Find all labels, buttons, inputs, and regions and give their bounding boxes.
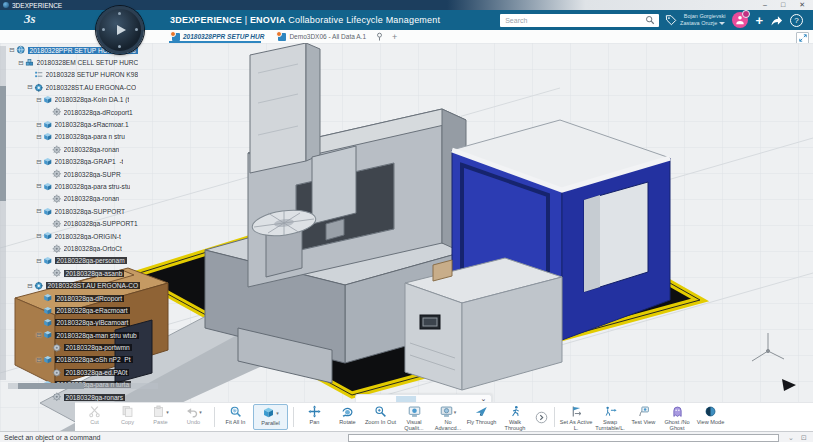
tree-expander-icon[interactable]: ⊟: [35, 356, 43, 364]
close-button[interactable]: ✕: [799, 0, 805, 10]
dock-icon[interactable]: ⊡: [800, 434, 808, 442]
toolbar-button[interactable]: ▾: [293, 407, 294, 427]
3d-viewport[interactable]: ⊟ 20180328PPR SETUP HURON K98 ⊟ 20180328…: [0, 43, 813, 431]
pin-icon[interactable]: [375, 32, 384, 41]
toolbar-button[interactable]: ▾ No Advancd...: [431, 403, 465, 431]
toolbar-button-label: Ghost /No Ghost: [660, 419, 694, 431]
tree-vertical-scrollbar[interactable]: [0, 46, 6, 380]
toolbar-button[interactable]: ▾ Parallel: [253, 404, 288, 430]
toolbar-button[interactable]: ▾ Rotate: [331, 403, 364, 431]
tree-item[interactable]: ⊟ 20180328ga-ORIGIN-t: [8, 230, 172, 242]
tree-item-label: 20180328ga-asanb: [64, 270, 125, 277]
tree-item[interactable]: ⊟ 20180328ga-man stru wtub: [8, 329, 172, 341]
toolbar-button[interactable]: ▾ Copy: [111, 403, 144, 431]
dropdown-caret-icon[interactable]: ▾: [199, 409, 202, 415]
toolbar-button[interactable]: ▾ Pan: [298, 403, 331, 431]
tree-horizontal-scrollbar[interactable]: [8, 383, 158, 389]
tree-item[interactable]: ⊟ 20180328ga-GRAP1_-t: [8, 156, 172, 168]
tree-hscroll-thumb[interactable]: [18, 383, 84, 389]
tree-item-label: 20180328ga-ed.PA0t: [64, 369, 130, 376]
minimize-button[interactable]: –: [763, 0, 767, 10]
tree-item[interactable]: 20180328ga-dRcoport: [8, 292, 172, 304]
tree-expander-icon[interactable]: ⊟: [17, 59, 25, 67]
tree-item[interactable]: ⊟ 20180328ga-oSh nP2_Pt: [8, 354, 172, 366]
toolbar-button[interactable]: ▾ Paste: [144, 403, 177, 431]
tree-item-icon: [43, 157, 53, 167]
tree-vscroll-thumb[interactable]: [0, 86, 6, 201]
tree-item[interactable]: ⊟ 20180328ga-para stru-stu: [8, 180, 172, 192]
tree-item[interactable]: 20180328ga-eRacmoart: [8, 304, 172, 316]
tree-expander-icon[interactable]: ⊟: [8, 46, 16, 54]
collapse-icon[interactable]: ⌄: [787, 434, 795, 442]
toolbar-button[interactable]: ▾ Zoom In Out: [364, 403, 397, 431]
toolbar-button[interactable]: ▾ Fit All In: [219, 403, 252, 431]
share-icon[interactable]: [770, 14, 783, 27]
tree-expander-icon[interactable]: ⊟: [35, 207, 43, 215]
tree-item[interactable]: 20180328ga-ronan: [8, 193, 172, 205]
toolbar-button[interactable]: ▾ Fly Through: [465, 403, 498, 431]
tree-expander-icon[interactable]: ⊟: [35, 257, 43, 265]
tree-item-icon: [43, 318, 53, 328]
tag-icon[interactable]: [665, 14, 677, 26]
toolbar-button[interactable]: ▾: [554, 407, 555, 427]
tree-item[interactable]: 20180328 SETUP HURON K98: [8, 69, 172, 81]
user-info[interactable]: Bojan Gorgievski Zastava Oruzje: [680, 13, 725, 27]
document-tab[interactable]: 20180328PPR SETUP HUR: [165, 30, 271, 43]
toolbar-button[interactable]: ▾ View Mode: [694, 403, 727, 431]
toolbar-button[interactable]: ▾: [532, 403, 550, 431]
tree-item[interactable]: 20180328ga-portwmn: [8, 341, 172, 353]
toolbar-button[interactable]: ▾: [214, 407, 215, 427]
tab-icon: [172, 33, 180, 41]
tree-item[interactable]: ⊟ 20180328ST.AU ERGONA-CO: [8, 81, 172, 93]
help-button[interactable]: ?: [790, 14, 803, 27]
tree-item[interactable]: 20180328ga-SUPPORT1: [8, 217, 172, 229]
tree-item[interactable]: ⊟ 20180328ga-SUPPORT: [8, 205, 172, 217]
toolbar-button-icon: [121, 405, 134, 418]
tree-item[interactable]: 20180328ga-dRcoport1: [8, 106, 172, 118]
tree-item[interactable]: 20180328ga-SUPR: [8, 168, 172, 180]
search-icon[interactable]: [645, 15, 655, 25]
toolbar-button[interactable]: ▾ Visual Qualit...: [397, 403, 431, 431]
toolbar-button-icon: [408, 405, 421, 418]
toolbar-button-label: Walk Through: [498, 419, 532, 431]
tree-expander-icon[interactable]: ⊟: [35, 121, 43, 129]
tree-item[interactable]: ⊟ 20180328ga-para n stru: [8, 131, 172, 143]
tree-item[interactable]: ⊟ 20180328ga-personam: [8, 255, 172, 267]
dropdown-caret-icon[interactable]: ▾: [454, 409, 457, 415]
toolbar-button[interactable]: ▾ Ghost /No Ghost: [660, 403, 694, 431]
add-content-button[interactable]: +: [755, 14, 763, 27]
tree-expander-icon[interactable]: ⊟: [35, 158, 43, 166]
tree-expander-icon[interactable]: ⊟: [35, 182, 43, 190]
tree-item[interactable]: 20180328ga-asanb: [8, 267, 172, 279]
tree-item[interactable]: 20180328ga-OrtoCt: [8, 242, 172, 254]
toolbar-button[interactable]: ▾ Swap Turntable/L.: [593, 403, 627, 431]
tree-expander-icon[interactable]: ⊟: [35, 232, 43, 240]
tree-item[interactable]: ⊟ 20180328ga-KoIn DA.1 (t: [8, 94, 172, 106]
tree-item[interactable]: 20180328ga-ylBcamoart: [8, 317, 172, 329]
search-input[interactable]: [500, 14, 659, 27]
3dexperience-compass[interactable]: [96, 6, 144, 54]
tree-item[interactable]: ⊟ 20180328ST.AU ERGONA-CO: [8, 279, 172, 291]
tree-item[interactable]: 20180328ga-ed.PA0t: [8, 366, 172, 378]
tree-item[interactable]: ⊟ 20180328ga-sRacmoar.1: [8, 118, 172, 130]
document-tab[interactable]: Demo3DX06 - All Data A.1: [271, 30, 373, 43]
toolbar-button[interactable]: ▾ Set As Active L.: [559, 403, 593, 431]
tree-item[interactable]: ⊟ 20180328EM CELL SETUP HURC: [8, 56, 172, 68]
tree-expander-icon[interactable]: ⊟: [26, 282, 34, 290]
tree-item[interactable]: ⊟ 20180328PPR SETUP HURON K98: [8, 44, 172, 56]
toolbar-button[interactable]: ▾ Undo: [177, 403, 210, 431]
command-input[interactable]: [348, 434, 779, 442]
toolbar-button[interactable]: ▾ Walk Through: [498, 403, 532, 431]
tree-expander-icon[interactable]: ⊟: [35, 331, 43, 339]
tree-expander-icon[interactable]: ⊟: [35, 133, 43, 141]
toolbar-button[interactable]: ▾ Test View: [627, 403, 660, 431]
tree-expander-icon[interactable]: ⊟: [26, 83, 34, 91]
toolbar-button[interactable]: ▾ Cut: [78, 403, 111, 431]
dropdown-caret-icon[interactable]: ▾: [276, 410, 279, 416]
tree-expander-icon[interactable]: ⊟: [35, 96, 43, 104]
dropdown-caret-icon[interactable]: ▾: [166, 409, 169, 415]
maximize-button[interactable]: □: [781, 0, 785, 10]
tree-item[interactable]: 20180328ga-ronan: [8, 143, 172, 155]
avatar[interactable]: [732, 12, 748, 28]
new-tab-button[interactable]: +: [392, 32, 397, 42]
